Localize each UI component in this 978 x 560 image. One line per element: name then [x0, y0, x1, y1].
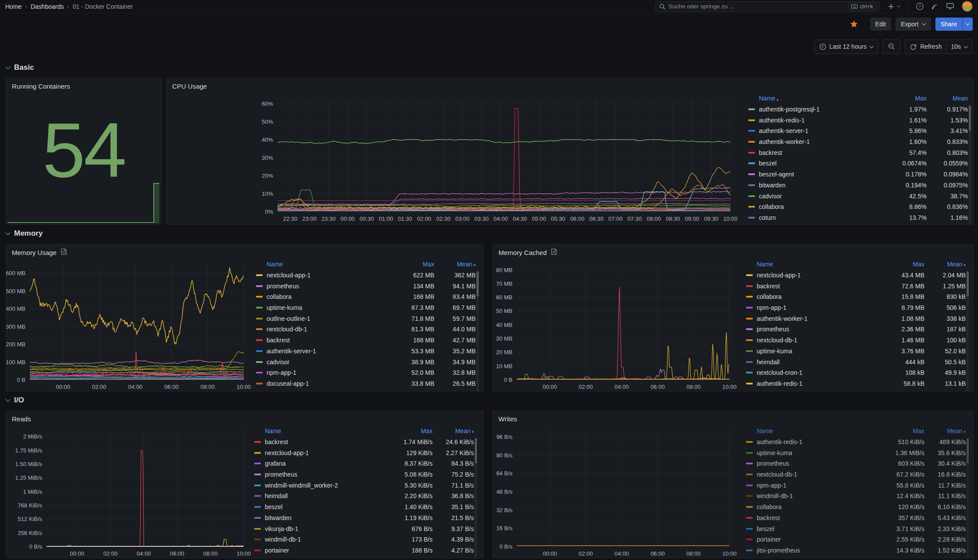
legend-row[interactable]: beszel-agent0.178%0.0984%	[748, 169, 968, 180]
legend-row[interactable]: uptime-kuma1.36 MiB/s35.6 KiB/s	[746, 447, 966, 458]
legend-row[interactable]: bitwarden0.194%0.0975%	[748, 180, 968, 191]
legend-row[interactable]: heimdall444 kB50.5 kB	[746, 356, 966, 367]
legend-scrollbar[interactable]	[476, 271, 479, 391]
legend-sort-name[interactable]: Name	[757, 261, 875, 268]
legend-row[interactable]: authentik-worker-11.08 MB338 kB	[746, 313, 966, 324]
legend-scrollbar[interactable]	[967, 438, 969, 558]
legend-row[interactable]: collabora15.8 MB830 kB	[746, 291, 966, 302]
legend-row[interactable]: nextcloud-app-1129 KiB/s2.27 KiB/s	[254, 447, 474, 458]
edit-button[interactable]: Edit	[870, 18, 891, 31]
legend-scrollbar-thumb[interactable]	[476, 271, 479, 297]
legend-row[interactable]: cadvisor42.5%38.7%	[748, 190, 968, 201]
news-icon[interactable]	[931, 3, 938, 10]
panel-description-icon[interactable]	[551, 248, 557, 256]
help-icon[interactable]: ?	[916, 3, 924, 10]
breadcrumb-item[interactable]: Home	[5, 3, 22, 10]
legend-row[interactable]: nextcloud-app-143.4 MB2.04 MB	[746, 270, 966, 281]
legend-row[interactable]: portainer188 B/s4.27 B/s	[254, 545, 474, 556]
legend-scrollbar[interactable]	[475, 438, 477, 558]
legend-sort-max[interactable]: Max	[385, 261, 434, 268]
legend-row[interactable]: grafana8.37 KiB/s84.3 B/s	[254, 458, 474, 469]
legend-sort-mean[interactable]: Mean▾	[924, 261, 966, 268]
legend-row[interactable]: collabora8.86%0.836%	[748, 201, 968, 212]
legend-sort-name[interactable]: Name▴	[759, 95, 877, 102]
legend-sort-mean[interactable]: Mean▾	[924, 427, 966, 434]
legend-row[interactable]: authentik-worker-11.60%0.833%	[748, 136, 968, 147]
legend-row[interactable]: prometheus2.36 MB187 kB	[746, 324, 966, 335]
legend-row[interactable]: cadvisor38.9 MB34.9 MB	[256, 356, 476, 367]
breadcrumb-item[interactable]: Dashboards	[31, 3, 64, 10]
export-button[interactable]: Export	[895, 18, 931, 31]
legend-row[interactable]: backrest57.4%0.803%	[748, 147, 968, 158]
legend-row[interactable]: authentik-server-15.86%3.41%	[748, 126, 968, 136]
search-input[interactable]: Suche oder springe zu ... ctrl+k	[655, 1, 880, 12]
panel-title[interactable]: Memory Usage	[12, 248, 67, 256]
legend-scrollbar-thumb[interactable]	[967, 271, 969, 297]
legend-row[interactable]: npm-app-18.79 MB506 kB	[746, 302, 966, 313]
favorite-star-button[interactable]	[847, 18, 861, 31]
legend-row[interactable]: backrest168 MB42.7 MB	[256, 335, 476, 346]
legend-sort-max[interactable]: Max	[875, 261, 924, 268]
reads-chart[interactable]: 0 B/s256 KiB/s512 KiB/s768 KiB/s1 MiB/s1…	[47, 431, 244, 546]
section-basic[interactable]: Basic	[6, 63, 34, 72]
panel-title[interactable]: Running Containers	[12, 83, 70, 90]
legend-row[interactable]: nextcloud-cron-1108 kB49.9 kB	[746, 367, 966, 378]
legend-scrollbar[interactable]	[969, 105, 971, 225]
legend-sort-mean[interactable]: Mean▾	[433, 427, 474, 434]
refresh-button-group[interactable]: Refresh 10s	[905, 39, 973, 54]
kiosk-monitor-icon[interactable]	[946, 3, 954, 10]
writes-chart[interactable]: 0 B/s16 B/s32 B/s48 B/s64 B/s80 B/s96 B/…	[517, 431, 729, 546]
share-menu-button[interactable]	[962, 18, 973, 31]
legend-row[interactable]: beszel0.0674%0.0559%	[748, 158, 968, 169]
legend-row[interactable]: windmill-db-112.4 KiB/s11.1 KiB/s	[746, 491, 966, 502]
legend-row[interactable]: docuseal-app-133.8 MB26.5 MB	[256, 378, 476, 389]
legend-sort-max[interactable]: Max	[875, 427, 924, 434]
legend-row[interactable]: nextcloud-db-11.46 MB100 kB	[746, 335, 966, 346]
legend-scrollbar-thumb[interactable]	[967, 438, 969, 463]
add-button[interactable]	[888, 4, 900, 10]
panel-title[interactable]: Reads	[12, 415, 31, 423]
legend-row[interactable]: nextcloud-app-1622 MB362 MB	[256, 270, 476, 281]
share-button[interactable]: Share	[935, 18, 962, 31]
zoom-out-button[interactable]	[883, 39, 900, 54]
panel-title[interactable]: Writes	[498, 415, 517, 423]
legend-row[interactable]: authentik-redis-11.61%1.53%	[748, 115, 968, 126]
legend-row[interactable]: authentik-postgresql-11.97%0.917%	[748, 104, 968, 115]
panel-title[interactable]: Memory Cached	[498, 248, 557, 256]
legend-row[interactable]: prometheus603 KiB/s30.4 KiB/s	[746, 458, 966, 469]
legend-row[interactable]: npm-app-155.8 KiB/s11.7 KiB/s	[746, 480, 966, 491]
legend-sort-mean[interactable]: Mean▾	[434, 261, 476, 268]
panel-title[interactable]: CPU Usage	[172, 83, 207, 90]
legend-row[interactable]: authentik-redis-158.8 kB13.1 kB	[746, 378, 966, 389]
legend-row[interactable]: authentik-server-153.3 MB35.2 MB	[256, 346, 476, 357]
legend-row[interactable]: beszel3.71 KiB/s2.33 KiB/s	[746, 523, 966, 534]
legend-row[interactable]: windmill-windmill_worker-25.30 KiB/s71.1…	[254, 480, 474, 491]
avatar[interactable]	[962, 1, 973, 12]
legend-sort-name[interactable]: Name	[757, 427, 875, 434]
legend-sort-name[interactable]: Name	[267, 261, 385, 268]
legend-row[interactable]: uptime-kuma3.76 MB52.0 kB	[746, 346, 966, 357]
memory-usage-chart[interactable]: 0 B100 MB200 MB300 MB400 MB500 MB600 MB0…	[30, 264, 244, 380]
legend-row[interactable]: coturn13.7%1.16%	[748, 212, 968, 223]
time-range-picker[interactable]: Last 12 hours	[814, 39, 879, 54]
legend-row[interactable]: beszel1.40 KiB/s35.1 B/s	[254, 502, 474, 513]
legend-row[interactable]: nextcloud-db-181.3 MB44.0 MB	[256, 324, 476, 335]
section-io[interactable]: I/O	[6, 396, 24, 405]
legend-sort-max[interactable]: Max	[383, 427, 433, 434]
legend-row[interactable]: windmill-db-1173 B/s4.39 B/s	[254, 534, 474, 545]
legend-row[interactable]: jitsi-prometheus14.3 KiB/s1.52 KiB/s	[746, 545, 966, 556]
legend-row[interactable]: backrest72.6 MB1.25 MB	[746, 280, 966, 291]
panel-description-icon[interactable]	[61, 248, 67, 256]
memory-cached-chart[interactable]: 0 B10 MB20 MB30 MB40 MB50 MB60 MB70 MB80…	[517, 264, 729, 380]
legend-row[interactable]: outline-outline-171.8 MB59.7 MB	[256, 313, 476, 324]
legend-row[interactable]: collabora168 MB83.4 MB	[256, 291, 476, 302]
legend-scrollbar-thumb[interactable]	[475, 438, 477, 463]
section-memory[interactable]: Memory	[6, 229, 43, 238]
legend-row[interactable]: uptime-kuma87.3 MB69.7 MB	[256, 302, 476, 313]
legend-row[interactable]: collabora120 KiB/s6.10 KiB/s	[746, 502, 966, 513]
legend-row[interactable]: authentik-redis-1510 KiB/s489 KiB/s	[746, 437, 966, 448]
legend-row[interactable]: vikunja-db-1676 B/s9.37 B/s	[254, 523, 474, 534]
legend-row[interactable]: backrest1.74 MiB/s24.6 KiB/s	[254, 437, 474, 448]
legend-row[interactable]: prometheus5.08 KiB/s75.2 B/s	[254, 469, 474, 480]
legend-row[interactable]: portainer2.55 KiB/s2.28 KiB/s	[746, 534, 966, 545]
